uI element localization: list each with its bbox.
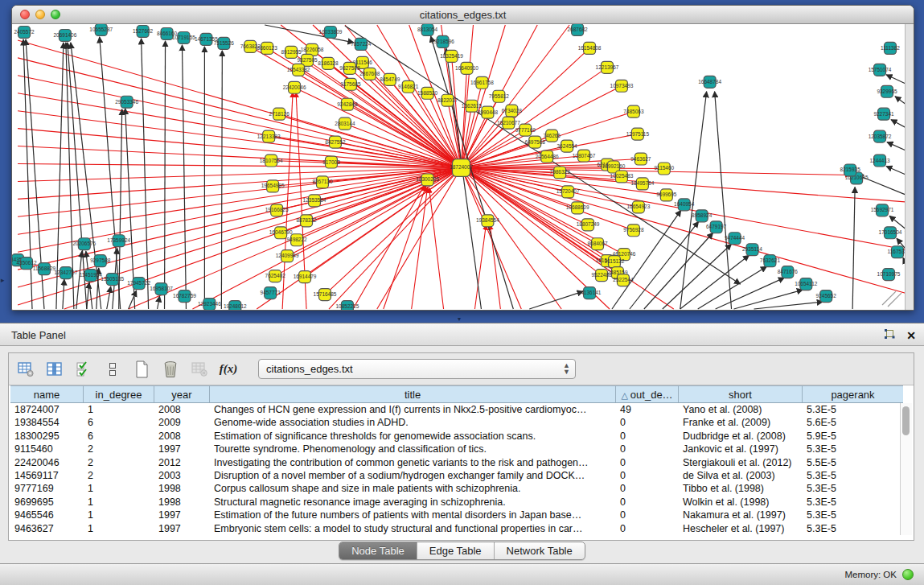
network-window[interactable]: citations_edges.txt 88601238912955182260… <box>11 5 914 311</box>
table-cell[interactable]: Jankovic et al. (1997) <box>679 443 803 455</box>
graph-node[interactable]: 16640910 <box>455 62 478 74</box>
graph-node[interactable]: 16154808 <box>578 42 602 54</box>
graph-edge[interactable] <box>462 167 910 295</box>
graph-node[interactable]: 8813054 <box>417 24 438 35</box>
table-cell[interactable]: 1998 <box>154 482 210 495</box>
graph-node[interactable]: 1640954 <box>674 199 695 211</box>
graph-node[interactable]: 10655287 <box>89 24 113 35</box>
graph-node[interactable]: 12975115 <box>626 128 650 140</box>
graph-node[interactable]: 18807249 <box>577 219 600 231</box>
column-header-short[interactable]: short <box>679 386 803 402</box>
table-cell[interactable]: 5.3E-5 <box>803 496 903 509</box>
table-vscrollbar[interactable] <box>900 403 912 535</box>
table-cell[interactable]: 19384554 <box>10 416 84 429</box>
graph-node[interactable]: 1244413 <box>869 154 890 167</box>
table-cell[interactable]: 2008 <box>154 430 210 443</box>
table-cell[interactable]: 0 <box>616 456 679 469</box>
graph-node[interactable]: 9699695 <box>656 189 677 201</box>
table-row[interactable]: 969969511998Structural magnetic resonanc… <box>10 496 903 509</box>
graph-node[interactable]: 9756928 <box>623 225 644 237</box>
table-cell[interactable]: 0 <box>616 522 679 535</box>
graph-edge[interactable] <box>462 25 570 168</box>
table-cell[interactable]: 6 <box>84 430 154 443</box>
table-cell[interactable]: Franke et al. (2009) <box>679 416 803 429</box>
graph-node[interactable]: 18107554 <box>260 154 283 167</box>
table-cell[interactable]: 1 <box>84 522 154 535</box>
table-cell[interactable]: 0 <box>616 443 679 455</box>
row-select-icon[interactable] <box>75 360 92 378</box>
table-cell[interactable]: 1998 <box>154 496 210 509</box>
graph-node[interactable]: 20691406 <box>53 29 76 41</box>
graph-node[interactable]: 9227341 <box>873 108 894 120</box>
graph-node[interactable]: 8958924 <box>692 210 713 222</box>
rows-icon[interactable] <box>104 360 121 378</box>
table-cell[interactable]: 5.3E-5 <box>803 482 903 495</box>
table-cell[interactable]: 9699695 <box>10 496 84 509</box>
table-row[interactable]: 911546021997Tourette syndrome. Phenomeno… <box>10 443 903 455</box>
graph-node[interactable]: 9175685 <box>340 78 361 90</box>
table-cell[interactable]: Corpus callosum shape and size in male p… <box>210 482 616 495</box>
table-row[interactable]: 1938455462009Genome-wide association stu… <box>10 416 903 429</box>
graph-node[interactable]: 12213383 <box>257 130 281 142</box>
table-cell[interactable]: 5.5E-5 <box>803 456 903 469</box>
table-row[interactable]: 1830029562008Estimation of significance … <box>10 430 903 443</box>
table-row[interactable]: 1872400712008Changes of HCN gene express… <box>10 403 903 416</box>
graph-node[interactable]: 18325419 <box>440 50 463 62</box>
table-cell[interactable]: Yano et al. (2008) <box>679 403 803 416</box>
table-cell[interactable]: Tourette syndrome. Phenomenology and cla… <box>210 443 616 455</box>
table-cell[interactable]: 49 <box>616 403 679 416</box>
table-row[interactable]: 1456911722003Disruption of a novel membe… <box>10 469 903 482</box>
graph-node[interactable]: 2687682 <box>568 24 589 35</box>
graph-edge[interactable] <box>221 51 222 309</box>
tab-network-table[interactable]: Network Table <box>495 542 585 559</box>
table-cell[interactable]: 1997 <box>154 522 210 535</box>
table-cell[interactable]: 0 <box>616 416 679 429</box>
graph-edge[interactable] <box>529 291 583 309</box>
column-header-out-degree[interactable]: △out_de… <box>616 386 679 402</box>
column-select-icon[interactable] <box>46 360 64 378</box>
graph-node[interactable]: 10688609 <box>566 202 589 214</box>
table-cell[interactable]: 1 <box>84 509 154 521</box>
function-builder-icon[interactable]: f(x) <box>220 360 237 378</box>
table-cell[interactable]: Hescheler et al. (1997) <box>679 522 803 535</box>
table-cell[interactable]: 5.3E-5 <box>803 403 903 416</box>
graph-node[interactable]: 9329965 <box>877 85 897 97</box>
graph-edge[interactable] <box>462 167 910 202</box>
table-cell[interactable]: 14569117 <box>10 469 84 482</box>
graph-node[interactable]: 10654112 <box>795 278 818 290</box>
graph-edge[interactable] <box>158 296 160 309</box>
graph-node[interactable]: 2803144 <box>335 117 355 130</box>
table-cell[interactable]: 1 <box>84 403 154 416</box>
delete-trash-icon[interactable] <box>162 360 179 378</box>
table-cell[interactable]: 0 <box>616 509 679 521</box>
table-cell[interactable]: 2012 <box>154 456 210 469</box>
table-cell[interactable]: Disruption of a novel member of a sodium… <box>210 469 616 482</box>
table-cell[interactable]: Tibbo et al. (1998) <box>679 482 803 495</box>
column-header-name[interactable]: name <box>10 386 84 402</box>
graph-edge[interactable] <box>734 290 803 309</box>
panel-splitter-grip[interactable]: ▾ <box>458 316 461 323</box>
graph-node[interactable]: 9245652 <box>816 290 837 303</box>
graph-node[interactable]: 12213967 <box>596 61 619 73</box>
graph-node[interactable]: 29053346 <box>115 96 138 108</box>
table-cell[interactable]: Embryonic stem cells: a model to study s… <box>210 522 616 535</box>
network-view-canvas[interactable]: 8860123891295518226058982750581863289111… <box>12 24 914 310</box>
table-selector-dropdown[interactable]: citations_edges.txt ▲▼ <box>258 359 576 379</box>
table-row[interactable]: 946554611997Estimation of the future num… <box>10 509 903 521</box>
graph-node[interactable]: 16648784 <box>698 76 721 88</box>
graph-node[interactable]: 17359924 <box>107 235 130 247</box>
graph-node[interactable]: 7857224 <box>351 38 372 50</box>
graph-node[interactable]: 14136141 <box>578 287 602 299</box>
table-cell[interactable]: 2 <box>84 456 154 469</box>
graph-node[interactable]: 18495784 <box>630 178 654 190</box>
graph-edge[interactable] <box>142 39 149 309</box>
graph-node[interactable]: 1111382 <box>881 42 900 54</box>
graph-node[interactable]: 16958107 <box>150 283 173 295</box>
table-cell[interactable]: 22420046 <box>10 456 84 469</box>
table-cell[interactable]: Changes of HCN gene expression and I(f) … <box>210 403 616 416</box>
table-cell[interactable]: 2003 <box>154 469 210 482</box>
graph-node[interactable]: 9115460 <box>654 163 674 175</box>
graph-edge[interactable] <box>715 92 732 309</box>
graph-edge[interactable] <box>76 251 82 309</box>
graph-edge[interactable] <box>462 167 562 309</box>
